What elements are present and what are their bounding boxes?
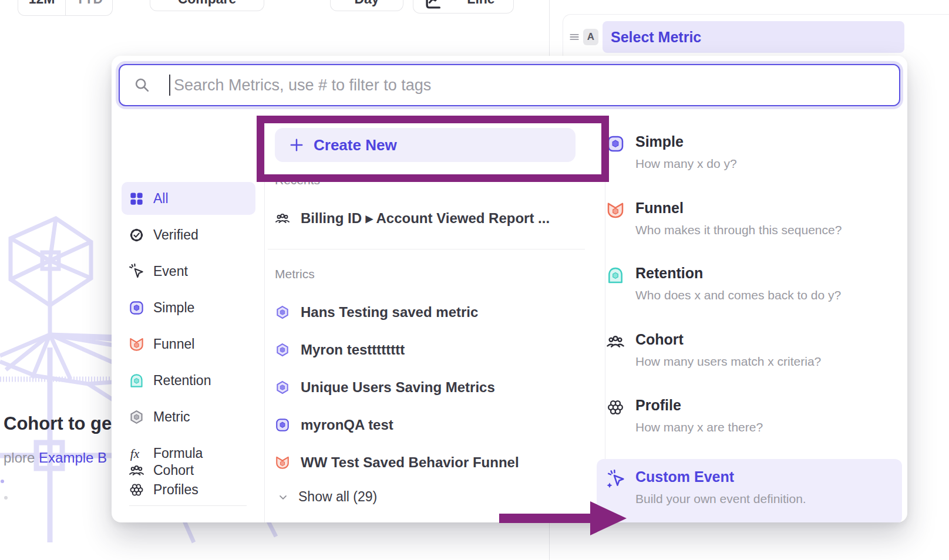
- search-bar: [119, 64, 900, 106]
- list-divider: [268, 249, 585, 249]
- tag-icon: [129, 522, 144, 523]
- day-button[interactable]: Day: [330, 0, 403, 11]
- sidebar-item-event[interactable]: Event: [119, 255, 257, 288]
- search-icon: [134, 77, 150, 93]
- explore-prefix-text: plore: [4, 450, 39, 465]
- range-12m-button[interactable]: 12M: [18, 0, 65, 15]
- type-cohort[interactable]: Cohort How many users match x criteria?: [597, 329, 902, 385]
- custom-event-spark-cursor-icon: [606, 470, 625, 488]
- simple-metric-icon: [275, 417, 290, 433]
- metric-list-item[interactable]: myronQA test: [275, 412, 592, 438]
- saved-metric-hexagon-icon: [275, 342, 290, 357]
- verified-badge-icon: [129, 227, 144, 243]
- sidebar-item-simple[interactable]: Simple: [119, 291, 257, 324]
- type-funnel[interactable]: Funnel Who makes it through this sequenc…: [597, 197, 902, 254]
- cohort-people-icon: [275, 211, 290, 226]
- sidebar-item-verified[interactable]: Verified: [119, 218, 257, 251]
- type-profile[interactable]: Profile How many x are there?: [597, 394, 902, 451]
- sidebar-item-tags[interactable]: Tags: [119, 514, 257, 522]
- range-ytd-button[interactable]: YTD: [65, 0, 113, 15]
- chevron-down-icon: [277, 491, 289, 503]
- metric-list-item[interactable]: Myron testttttttt: [275, 337, 592, 363]
- funnel-icon: [606, 201, 625, 220]
- annotation-arrow-head: [590, 501, 627, 535]
- type-simple[interactable]: Simple How many x do y?: [597, 131, 902, 187]
- sidebar-divider: [129, 505, 247, 506]
- saved-metric-hexagon-icon: [275, 380, 290, 395]
- retention-icon: [606, 266, 625, 285]
- text-caret: [169, 75, 170, 96]
- search-input[interactable]: [119, 64, 900, 106]
- empty-state-heading-fragment: Cohort to ge: [4, 413, 112, 434]
- retention-icon: [129, 373, 144, 389]
- metrics-heading: Metrics: [275, 267, 315, 281]
- type-retention[interactable]: Retention Who does x and comes back to d…: [597, 262, 902, 319]
- metric-list-item[interactable]: Unique Users Saving Metrics: [275, 375, 592, 400]
- sidebar-item-cohort[interactable]: Cohort: [119, 454, 257, 487]
- cohort-people-icon: [129, 463, 144, 478]
- grid-all-icon: [129, 191, 144, 207]
- sidebar-item-metric[interactable]: Metric: [119, 400, 257, 433]
- sidebar-item-funnel[interactable]: Funnel: [119, 328, 257, 360]
- annotation-highlight-rectangle: [257, 116, 609, 182]
- metric-list-item[interactable]: Hans Testing saved metric: [275, 299, 592, 325]
- line-chart-type-button[interactable]: Line: [413, 0, 514, 14]
- select-metric-label: Select Metric: [611, 29, 701, 46]
- saved-metric-hexagon-icon: [275, 305, 290, 320]
- funnel-icon: [275, 455, 290, 470]
- select-metric-pill[interactable]: Select Metric: [603, 21, 904, 53]
- cohort-people-icon: [606, 332, 625, 351]
- event-cursor-icon: [129, 264, 144, 279]
- metric-list-item[interactable]: WW Test Saved Behavior Funnel: [275, 450, 592, 475]
- date-range-segmented-control[interactable]: 12M YTD: [18, 0, 113, 16]
- drag-handle-icon[interactable]: [568, 31, 580, 43]
- example-boards-link[interactable]: Example B: [39, 450, 107, 465]
- metric-hexagon-icon: [129, 409, 144, 425]
- recent-item-billing[interactable]: Billing ID ▸ Account Viewed Report ...: [275, 205, 592, 231]
- show-all-toggle[interactable]: Show all (29): [277, 489, 377, 505]
- profiles-flower-icon: [606, 398, 625, 417]
- type-custom-event[interactable]: Custom Event Build your own event defini…: [597, 459, 902, 522]
- compare-button[interactable]: Compare: [150, 0, 264, 11]
- sidebar-item-retention[interactable]: Retention: [119, 364, 257, 397]
- sidebar-item-all[interactable]: All: [122, 182, 255, 215]
- annotation-arrow: [499, 514, 591, 523]
- simple-metric-icon: [129, 300, 144, 316]
- series-a-badge: A: [583, 29, 598, 45]
- empty-state-explore-line: plore Example B: [4, 450, 107, 466]
- funnel-icon: [129, 336, 144, 352]
